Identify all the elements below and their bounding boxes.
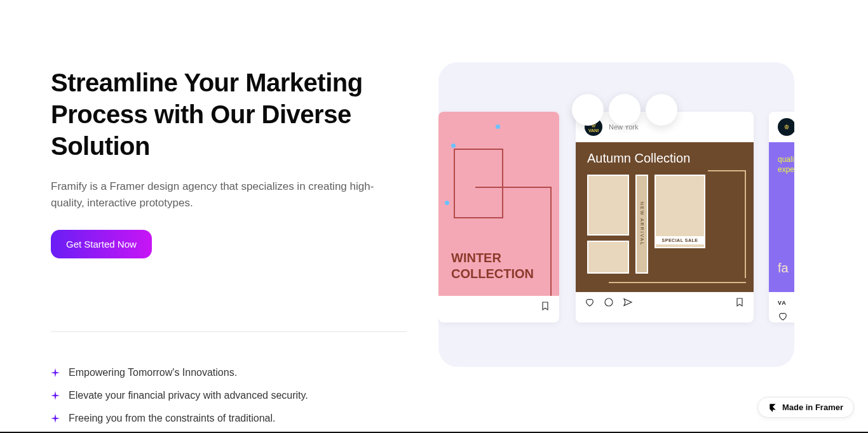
overlay-text: quali exper [778,155,794,175]
thumbnail: SPECIAL SALE [654,175,705,248]
avatar-dot [646,94,677,126]
send-icon[interactable] [623,297,633,307]
sparkle-icon [51,414,60,423]
card-actions [438,296,559,316]
decorative-dot [451,143,456,148]
svg-point-0 [605,298,613,306]
card-body: Autumn Collection NEW ARRIVAL SPECIAL SA… [576,142,754,292]
decorative-line [609,282,746,283]
framer-badge-label: Made in Framer [782,403,843,412]
brand-label: VA [778,300,787,306]
sale-label: SPECIAL SALE [656,236,704,244]
made-in-framer-badge[interactable]: Made in Framer [757,397,854,418]
avatar-dot [572,94,604,126]
showcase-card-right[interactable]: ♔ quali exper fa VA [769,112,794,323]
decorative-dot [445,201,449,205]
thumbnail [587,241,629,274]
bookmark-icon[interactable] [540,301,550,311]
card-body: quali exper fa [769,142,794,292]
hero-subhead: Framify is a Framer design agency that s… [51,178,394,211]
card-header: ♔ [769,112,794,142]
sparkle-icon [51,391,60,400]
avatar-dot [609,94,641,126]
card-caption: fa [778,261,789,276]
showcase-card-winter[interactable]: WINTER COLLECTION [438,112,559,323]
card-actions [769,311,794,323]
card-media: WINTER COLLECTION [438,112,559,296]
feature-text: Freeing you from the constraints of trad… [69,413,276,424]
card-caption: WINTER COLLECTION [451,250,559,282]
sparkle-icon [51,368,60,377]
showcase-card-autumn[interactable]: ♔ VANI New York Autumn Collection NE [576,112,754,323]
decorative-dot [496,124,500,129]
decorative-line [745,170,746,278]
feature-item: Elevate your financial privacy with adva… [51,390,407,401]
heart-icon[interactable] [778,311,788,321]
thumbnail-strip: NEW ARRIVAL [635,175,648,274]
thumbnail [587,175,629,236]
get-started-button[interactable]: Get Started Now [51,230,152,258]
comment-icon[interactable] [604,297,614,307]
hero-headline: Streamline Your Marketing Process with O… [51,67,407,162]
strip-label: NEW ARRIVAL [640,202,644,246]
feature-text: Empowering Tomorrow's Innovations. [69,367,237,378]
feature-item: Freeing you from the constraints of trad… [51,413,407,424]
feature-item: Empowering Tomorrow's Innovations. [51,367,407,378]
bookmark-icon[interactable] [735,297,745,307]
feature-text: Elevate your financial privacy with adva… [69,390,308,401]
showcase-panel: WINTER COLLECTION ♔ VANI New York [438,62,794,367]
decorative-line [708,170,746,171]
heart-icon[interactable] [585,297,595,307]
card-title: Autumn Collection [587,151,742,166]
card-actions [576,292,754,312]
brand-badge: ♔ [778,118,794,136]
section-divider [51,331,407,332]
features-list: Empowering Tomorrow's Innovations. Eleva… [51,367,407,424]
avatar-dots [572,94,677,126]
brand-badge-label: VANI [588,128,599,133]
framer-icon [768,403,777,412]
